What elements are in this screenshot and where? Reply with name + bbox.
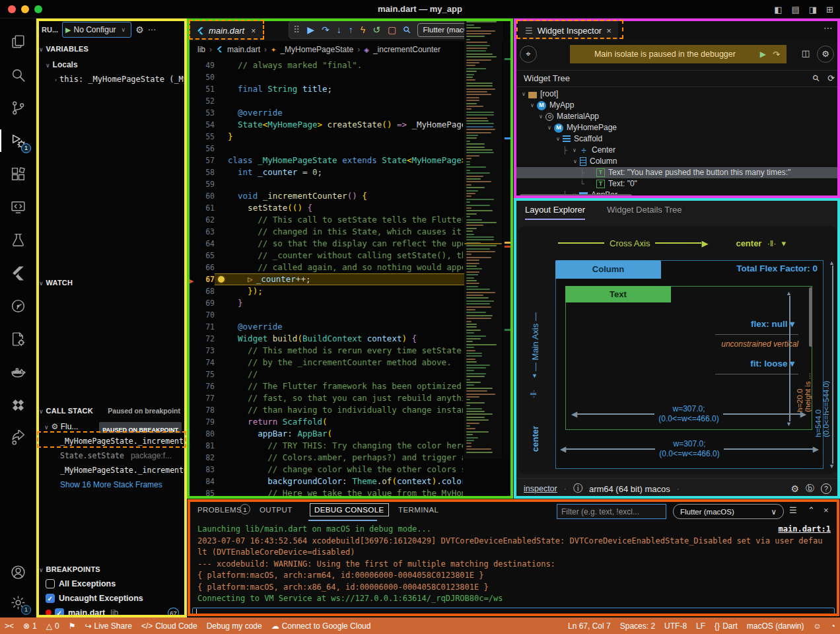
tree-node-text[interactable]: └ TText: "0" bbox=[514, 178, 840, 190]
tab-widget-details-tree[interactable]: Widget Details Tree bbox=[607, 205, 682, 215]
cross-axis-value[interactable]: center bbox=[736, 238, 761, 248]
status-remote[interactable]: >< bbox=[0, 617, 18, 634]
checkbox[interactable] bbox=[55, 608, 64, 617]
drag-handle-icon[interactable]: ⠿ bbox=[293, 25, 300, 34]
console-filter-input[interactable] bbox=[557, 504, 666, 519]
minimap[interactable] bbox=[464, 18, 502, 459]
step-icon[interactable]: ↷ bbox=[773, 50, 780, 59]
launch-config-dropdown[interactable]: ▶ No Configur ∨ bbox=[62, 22, 131, 38]
breadcrumb-item[interactable]: _MyHomePageState bbox=[280, 45, 353, 54]
maximize-panel-icon[interactable]: ⌃ bbox=[808, 505, 815, 515]
panel-tab-terminal[interactable]: TERMINAL bbox=[398, 506, 438, 514]
status-live-share[interactable]: ↪Live Share bbox=[80, 617, 136, 634]
tab-main-dart[interactable]: main.dart × bbox=[190, 20, 262, 40]
inspect-widget-icon[interactable]: ⚲ bbox=[402, 24, 413, 35]
panel-tab-problems[interactable]: PROBLEMS bbox=[197, 506, 242, 514]
status-platform[interactable]: macOS (darwin) bbox=[742, 617, 809, 634]
console-options-icon[interactable]: ☰ bbox=[789, 505, 797, 515]
call-stack-thread[interactable]: ∨⚙ Flu...PAUSED ON BREAKPOINT bbox=[36, 420, 187, 433]
call-stack-frame[interactable]: _MyHomePageState._incrementCo bbox=[36, 464, 187, 477]
status-eol[interactable]: LF bbox=[691, 617, 710, 634]
sidebar-more-icon[interactable]: ⋯ bbox=[148, 25, 156, 34]
variables-section-header[interactable]: ∨VARIABLES bbox=[36, 42, 187, 55]
status-cursor-position[interactable]: Ln 67, Col 7 bbox=[563, 617, 615, 634]
call-stack-frame[interactable]: State.setStatepackage:f... bbox=[36, 449, 187, 462]
toggle-secondary-sidebar-icon[interactable]: ◨ bbox=[809, 5, 817, 15]
inspector-link[interactable]: inspector bbox=[524, 484, 557, 493]
chevron-down-icon[interactable]: ∨ bbox=[571, 145, 578, 156]
activity-docker[interactable] bbox=[0, 357, 36, 387]
tree-node-myhomepage[interactable]: ∨MMyHomePage bbox=[514, 122, 840, 133]
debug-session-dropdown[interactable]: Flutter (macOS) ∨ bbox=[673, 504, 784, 519]
breadcrumb-item[interactable]: lib bbox=[197, 45, 205, 54]
status-feedback[interactable]: ☺ bbox=[808, 617, 825, 634]
show-more-frames-link[interactable]: Show 16 More Stack Frames bbox=[36, 478, 187, 491]
activity-live-share[interactable] bbox=[0, 423, 36, 453]
chevron-down-icon[interactable]: ∨ bbox=[537, 111, 545, 122]
inspector-tab-close-icon[interactable]: × bbox=[606, 26, 612, 36]
activity-devtools[interactable] bbox=[0, 291, 36, 321]
activity-remote-explorer[interactable] bbox=[0, 192, 36, 222]
tree-node-scaffold[interactable]: ∨Scaffold bbox=[514, 133, 840, 145]
main-axis-value[interactable]: center bbox=[530, 412, 540, 452]
watch-section-header[interactable]: ∨WATCH bbox=[36, 276, 187, 289]
tab-widget-inspector[interactable]: ☰ Widget Inspector × bbox=[518, 20, 618, 40]
column-widget-box[interactable]: Column Total Flex Factor: 0 Text flex: n… bbox=[555, 260, 823, 469]
toggle-panel-icon[interactable]: ▤ bbox=[792, 5, 800, 15]
export-screenshot-icon[interactable]: ◫ bbox=[797, 46, 814, 63]
tree-node-column[interactable]: ∨Column bbox=[514, 156, 840, 167]
fit-setting[interactable]: fit: loose ▾ bbox=[715, 358, 794, 369]
status-errors[interactable]: ⊗1 bbox=[18, 617, 42, 634]
close-panel-icon[interactable]: × bbox=[823, 505, 829, 515]
activity-search[interactable] bbox=[0, 59, 36, 90]
panel-tab-debug-console[interactable]: DEBUG CONSOLE bbox=[310, 503, 389, 516]
chevron-down-icon[interactable]: ∨ bbox=[554, 133, 562, 145]
activity-explorer[interactable] bbox=[0, 26, 36, 57]
devtools-settings-icon[interactable]: ⚙ bbox=[790, 483, 799, 494]
status-encoding[interactable]: UTF-8 bbox=[660, 617, 691, 634]
activity-extensions[interactable] bbox=[0, 158, 36, 189]
inspector-settings-icon[interactable]: ⚙ bbox=[817, 46, 834, 63]
debug-console-input[interactable] bbox=[192, 608, 835, 615]
tab-layout-explorer[interactable]: Layout Explorer bbox=[525, 205, 585, 220]
status-cloud-code[interactable]: </>Cloud Code bbox=[137, 617, 202, 634]
lightbulb-icon[interactable] bbox=[218, 276, 225, 283]
hot-reload-icon[interactable]: ϟ bbox=[361, 25, 365, 34]
breakpoint-item[interactable]: All Exceptions bbox=[36, 577, 187, 590]
status-indentation[interactable]: Spaces: 2 bbox=[615, 617, 660, 634]
activity-flutter[interactable] bbox=[0, 258, 36, 288]
flex-setting[interactable]: flex: null ▾ bbox=[715, 318, 794, 329]
tree-node-root[interactable]: ∨[root] bbox=[514, 88, 840, 100]
customize-layout-icon[interactable]: ⊞ bbox=[826, 5, 833, 15]
tree-node-materialapp[interactable]: ∨MaterialApp bbox=[514, 111, 840, 122]
activity-project[interactable] bbox=[0, 324, 36, 354]
activity-source-control[interactable] bbox=[0, 92, 36, 123]
status-notifications[interactable]: ◔ bbox=[826, 617, 840, 634]
status-warnings[interactable]: △0 bbox=[42, 617, 64, 634]
restart-icon[interactable]: ↺ bbox=[372, 25, 380, 34]
continue-icon[interactable]: ▶ bbox=[307, 25, 314, 34]
status-language-mode[interactable]: {}Dart bbox=[710, 617, 742, 634]
breakpoint-item[interactable]: Uncaught Exceptions bbox=[36, 592, 187, 605]
checkbox[interactable] bbox=[46, 594, 55, 603]
cross-axis-dropdown-icon[interactable]: ▾ bbox=[781, 238, 786, 248]
report-bug-icon[interactable]: ⓑ bbox=[806, 483, 814, 495]
activity-settings[interactable]: 1 bbox=[0, 587, 36, 617]
status-debug-my-code[interactable]: Debug my code bbox=[202, 617, 267, 634]
activity-run-and-debug[interactable]: 1 bbox=[0, 125, 36, 156]
variable-this[interactable]: ›this: _MyHomePageState (_MyH... bbox=[36, 73, 187, 86]
source-link[interactable]: main.dart:1 bbox=[779, 524, 831, 534]
text-widget-box[interactable]: Text flex: null ▾ unconstrained vertical… bbox=[565, 286, 812, 430]
panel-tab-output[interactable]: OUTPUT bbox=[260, 506, 293, 514]
status-debug-status[interactable]: ⚑ bbox=[64, 617, 81, 634]
stop-icon[interactable]: ▢ bbox=[388, 25, 396, 34]
chevron-down-icon[interactable]: ∨ bbox=[520, 88, 528, 100]
breakpoint-item[interactable]: main.dartlib67 bbox=[36, 606, 187, 617]
chevron-down-icon[interactable]: ∨ bbox=[528, 100, 536, 111]
help-icon[interactable]: ? bbox=[821, 483, 831, 494]
select-widget-mode-icon[interactable]: ⌖ bbox=[520, 46, 537, 63]
chevron-down-icon[interactable]: ∨ bbox=[545, 122, 553, 133]
resume-isolate-icon[interactable]: ▶ bbox=[760, 50, 766, 59]
checkbox[interactable] bbox=[46, 579, 55, 588]
breakpoints-section-header[interactable]: ∨BREAKPOINTS bbox=[36, 563, 187, 576]
